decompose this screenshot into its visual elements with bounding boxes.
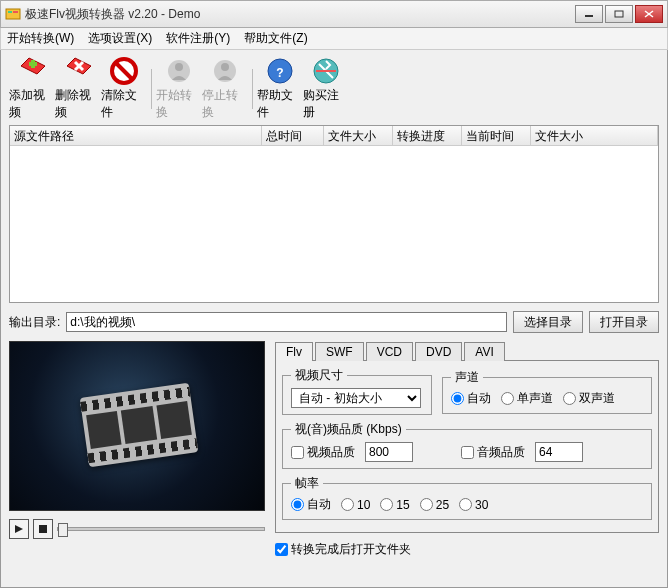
channel-auto[interactable]: 自动 — [451, 390, 491, 407]
col-outsize[interactable]: 文件大小 — [531, 126, 658, 145]
menu-start[interactable]: 开始转换(W) — [7, 30, 74, 47]
channel-legend: 声道 — [451, 369, 483, 386]
window-title: 极速Flv视频转换器 v2.20 - Demo — [25, 6, 575, 23]
stop-playback-button[interactable] — [33, 519, 53, 539]
stop-convert-button[interactable]: 停止转换 — [202, 56, 248, 121]
choose-dir-button[interactable]: 选择目录 — [513, 311, 583, 333]
buy-icon — [311, 56, 341, 86]
bitrate-legend: 视(音)频品质 (Kbps) — [291, 421, 406, 438]
filmstrip-icon — [80, 383, 199, 468]
output-path-input[interactable] — [66, 312, 507, 332]
svg-point-10 — [175, 63, 183, 71]
delete-icon — [63, 56, 93, 86]
clear-files-button[interactable]: 清除文件 — [101, 56, 147, 121]
start-icon — [164, 56, 194, 86]
col-size[interactable]: 文件大小 — [324, 126, 393, 145]
col-path[interactable]: 源文件路径 — [10, 126, 262, 145]
add-video-button[interactable]: 添加视频 — [9, 56, 55, 121]
svg-rect-16 — [39, 525, 47, 533]
fps-10[interactable]: 10 — [341, 498, 370, 512]
col-curtime[interactable]: 当前时间 — [462, 126, 531, 145]
delete-video-button[interactable]: 删除视频 — [55, 56, 101, 121]
add-icon — [17, 56, 47, 86]
file-table[interactable]: 源文件路径 总时间 文件大小 转换进度 当前时间 文件大小 — [9, 125, 659, 303]
tab-dvd[interactable]: DVD — [415, 342, 462, 361]
menubar: 开始转换(W) 选项设置(X) 软件注册(Y) 帮助文件(Z) — [0, 28, 668, 50]
slider-thumb[interactable] — [58, 523, 68, 537]
col-progress[interactable]: 转换进度 — [393, 126, 462, 145]
tab-vcd[interactable]: VCD — [366, 342, 413, 361]
tab-avi[interactable]: AVI — [464, 342, 504, 361]
tab-flv[interactable]: Flv — [275, 342, 313, 361]
channel-stereo[interactable]: 双声道 — [563, 390, 615, 407]
fps-legend: 帧率 — [291, 475, 323, 492]
start-convert-button[interactable]: 开始转换 — [156, 56, 202, 121]
stop-icon — [210, 56, 240, 86]
close-button[interactable] — [635, 5, 663, 23]
open-after-check[interactable]: 转换完成后打开文件夹 — [275, 541, 411, 558]
video-bitrate-check[interactable]: 视频品质 — [291, 444, 355, 461]
video-bitrate-input[interactable] — [365, 442, 413, 462]
help-button[interactable]: ? 帮助文件 — [257, 56, 303, 121]
fps-30[interactable]: 30 — [459, 498, 488, 512]
separator — [252, 69, 253, 109]
separator — [151, 69, 152, 109]
minimize-button[interactable] — [575, 5, 603, 23]
svg-point-12 — [221, 63, 229, 71]
svg-text:?: ? — [276, 66, 283, 80]
preview-area — [9, 341, 265, 511]
svg-rect-0 — [6, 9, 20, 19]
fps-auto[interactable]: 自动 — [291, 496, 331, 513]
video-size-legend: 视频尺寸 — [291, 367, 347, 384]
tab-swf[interactable]: SWF — [315, 342, 364, 361]
video-size-select[interactable]: 自动 - 初始大小 — [291, 388, 421, 408]
seek-slider[interactable] — [57, 527, 265, 531]
menu-register[interactable]: 软件注册(Y) — [166, 30, 230, 47]
help-icon: ? — [265, 56, 295, 86]
audio-bitrate-input[interactable] — [535, 442, 583, 462]
format-tabs: Flv SWF VCD DVD AVI — [275, 341, 659, 360]
fps-25[interactable]: 25 — [420, 498, 449, 512]
menu-options[interactable]: 选项设置(X) — [88, 30, 152, 47]
app-icon — [5, 6, 21, 22]
titlebar: 极速Flv视频转换器 v2.20 - Demo — [0, 0, 668, 28]
svg-rect-1 — [8, 11, 12, 13]
maximize-button[interactable] — [605, 5, 633, 23]
fps-15[interactable]: 15 — [380, 498, 409, 512]
col-total[interactable]: 总时间 — [262, 126, 324, 145]
menu-help[interactable]: 帮助文件(Z) — [244, 30, 307, 47]
clear-icon — [109, 56, 139, 86]
play-button[interactable] — [9, 519, 29, 539]
table-header: 源文件路径 总时间 文件大小 转换进度 当前时间 文件大小 — [10, 126, 658, 146]
output-label: 输出目录: — [9, 314, 60, 331]
channel-mono[interactable]: 单声道 — [501, 390, 553, 407]
open-dir-button[interactable]: 打开目录 — [589, 311, 659, 333]
svg-rect-4 — [615, 11, 623, 17]
toolbar: 添加视频 删除视频 清除文件 开始转换 停止转换 ? 帮助文件 购买注册 — [9, 54, 659, 125]
svg-rect-2 — [13, 11, 18, 13]
audio-bitrate-check[interactable]: 音频品质 — [461, 444, 525, 461]
buy-button[interactable]: 购买注册 — [303, 56, 349, 121]
